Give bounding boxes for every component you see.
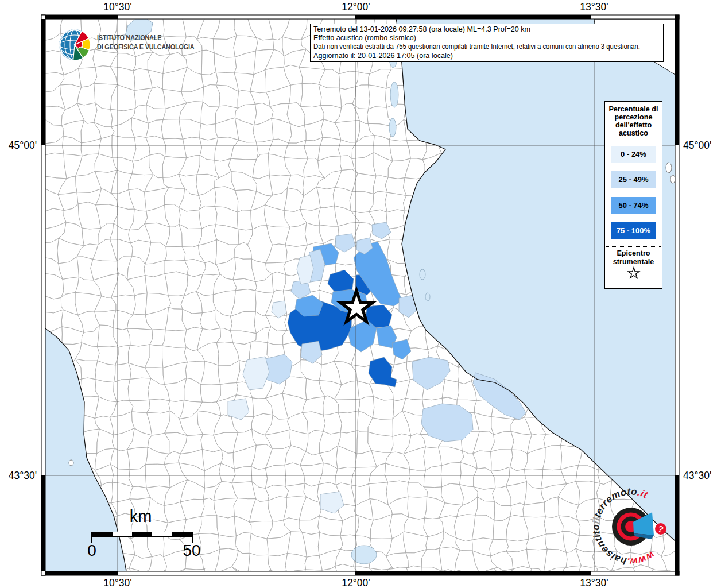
map-frame-segment (41, 475, 45, 571)
lake (390, 82, 398, 107)
scalebar-seg (132, 532, 152, 536)
event-updated: Aggiornato il: 20-01-2026 17:05 (ora loc… (313, 52, 660, 60)
scalebar (92, 532, 192, 537)
axis-label-left-43-30: 43°30' (0, 470, 37, 481)
scalebar-seg (113, 532, 133, 536)
axis-label-bottom-12-00: 12°00' (332, 577, 380, 588)
scalebar-end: 50 (176, 541, 208, 560)
legend-epicenter-label: Epicentro strumentale (605, 249, 662, 266)
lake (425, 293, 430, 301)
axis-label-top-10-30: 10°30' (94, 1, 142, 13)
event-effect: Effetto acustico (rombo sismico) (313, 34, 660, 42)
axis-label-bottom-10-30: 10°30' (94, 577, 142, 588)
scalebar-start: 0 (76, 541, 108, 560)
star-outline-glyph (628, 268, 639, 278)
legend-swatch-0-24: 0 - 24% (611, 146, 656, 163)
map-frame-segment (45, 15, 118, 19)
scalebar-unit: km (115, 507, 166, 526)
scalebar-seg (92, 532, 113, 536)
scalebar-seg (152, 532, 172, 536)
axis-label-right-43-30: 43°30' (683, 470, 721, 481)
legend-box: Percentuale di percezione dell'effetto a… (604, 101, 662, 289)
axis-label-top-12-00: 12°00' (332, 1, 380, 13)
map-frame-segment (45, 571, 118, 575)
event-info-box: Terremoto del 13-01-2026 09:27:58 (ora l… (310, 24, 664, 62)
axis-label-top-13-30: 13°30' (570, 1, 618, 13)
lake (351, 546, 377, 564)
ingv-name-line1: ISTITUTO NAZIONALE (97, 34, 194, 43)
island (69, 460, 73, 466)
map-frame-segment (675, 19, 679, 145)
lake (420, 269, 425, 280)
legend-title: Percentuale di percezione dell'effetto a… (605, 105, 662, 137)
map-frame-segment (355, 15, 591, 19)
legend-divider (606, 246, 661, 247)
map-frame-segment (355, 571, 591, 575)
scalebar-seg (172, 532, 192, 536)
lake (389, 118, 396, 137)
legend-swatch-75-100: 75 - 100% (611, 222, 656, 239)
legend-swatch-25-49: 25 - 49% (611, 171, 656, 188)
ingv-shakemap-page: 10°30' 12°00' 13°30' 10°30' 12°00' 13°30… (0, 0, 721, 588)
map-frame-segment (675, 15, 679, 19)
ingv-name-line2: DI GEOFISICA E VULCANOLOGIA (97, 43, 194, 52)
event-data-note: Dati non verificati estratti da 755 ques… (313, 42, 626, 51)
axis-label-right-45-00: 45°00' (683, 140, 721, 151)
island (670, 175, 675, 183)
ingv-logo-globe-icon (57, 28, 92, 62)
ingv-logo-text: ISTITUTO NAZIONALE DI GEOFISICA E VULCAN… (97, 34, 194, 52)
island (666, 163, 672, 173)
axis-label-left-45-00: 45°00' (0, 140, 37, 151)
event-title: Terremoto del 13-01-2026 09:27:58 (ora l… (313, 25, 660, 34)
haisentitoilterremoto-logo: ? www.haisentitoilterremoto.it (586, 481, 684, 580)
map-frame-segment (41, 19, 45, 145)
legend-swatch-50-74: 50 - 74% (611, 197, 656, 214)
star-outline-icon (626, 266, 641, 281)
